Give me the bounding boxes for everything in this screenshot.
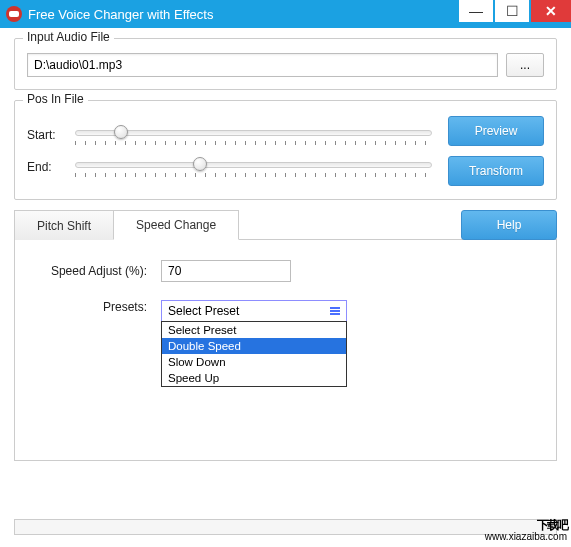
transform-button[interactable]: Transform bbox=[448, 156, 544, 186]
tab-bar: Pitch Shift Speed Change bbox=[14, 210, 453, 240]
start-slider-track bbox=[75, 130, 432, 136]
window-controls: — ☐ ✕ bbox=[457, 0, 571, 28]
progress-bar bbox=[14, 519, 557, 535]
window-title: Free Voice Changer with Effects bbox=[28, 7, 457, 22]
end-label: End: bbox=[27, 160, 71, 174]
pos-in-file-group: Pos In File Start: End: bbox=[14, 100, 557, 200]
end-slider-ticks bbox=[75, 173, 432, 177]
tab-speed-change[interactable]: Speed Change bbox=[113, 210, 239, 240]
help-button[interactable]: Help bbox=[461, 210, 557, 240]
presets-dropdown: Select Preset Double Speed Slow Down Spe… bbox=[161, 321, 347, 387]
start-slider[interactable] bbox=[75, 123, 432, 147]
pos-legend: Pos In File bbox=[23, 92, 88, 106]
input-file-path[interactable] bbox=[27, 53, 498, 77]
combo-menu-icon bbox=[330, 307, 340, 315]
tab-panel-speed: Speed Adjust (%): Presets: Select Preset… bbox=[14, 239, 557, 461]
input-file-legend: Input Audio File bbox=[23, 30, 114, 44]
start-label: Start: bbox=[27, 128, 71, 142]
start-slider-thumb[interactable] bbox=[114, 125, 128, 139]
input-file-group: Input Audio File ... bbox=[14, 38, 557, 90]
preset-option-speed-up[interactable]: Speed Up bbox=[162, 370, 346, 386]
status-bar bbox=[14, 519, 557, 535]
presets-combo[interactable]: Select Preset bbox=[161, 300, 347, 322]
preset-option-select[interactable]: Select Preset bbox=[162, 322, 346, 338]
titlebar: Free Voice Changer with Effects — ☐ ✕ bbox=[0, 0, 571, 28]
end-slider[interactable] bbox=[75, 155, 432, 179]
end-slider-track bbox=[75, 162, 432, 168]
preset-option-slow-down[interactable]: Slow Down bbox=[162, 354, 346, 370]
speed-adjust-input[interactable] bbox=[161, 260, 291, 282]
app-icon bbox=[6, 6, 22, 22]
maximize-button[interactable]: ☐ bbox=[495, 0, 529, 22]
minimize-button[interactable]: — bbox=[459, 0, 493, 22]
preview-button[interactable]: Preview bbox=[448, 116, 544, 146]
close-button[interactable]: ✕ bbox=[531, 0, 571, 22]
presets-selected-text: Select Preset bbox=[168, 304, 239, 318]
presets-label: Presets: bbox=[33, 300, 161, 314]
preset-option-double-speed[interactable]: Double Speed bbox=[162, 338, 346, 354]
tab-pitch-shift[interactable]: Pitch Shift bbox=[14, 210, 114, 240]
end-slider-thumb[interactable] bbox=[193, 157, 207, 171]
speed-adjust-label: Speed Adjust (%): bbox=[33, 264, 161, 278]
start-slider-ticks bbox=[75, 141, 432, 145]
browse-button[interactable]: ... bbox=[506, 53, 544, 77]
